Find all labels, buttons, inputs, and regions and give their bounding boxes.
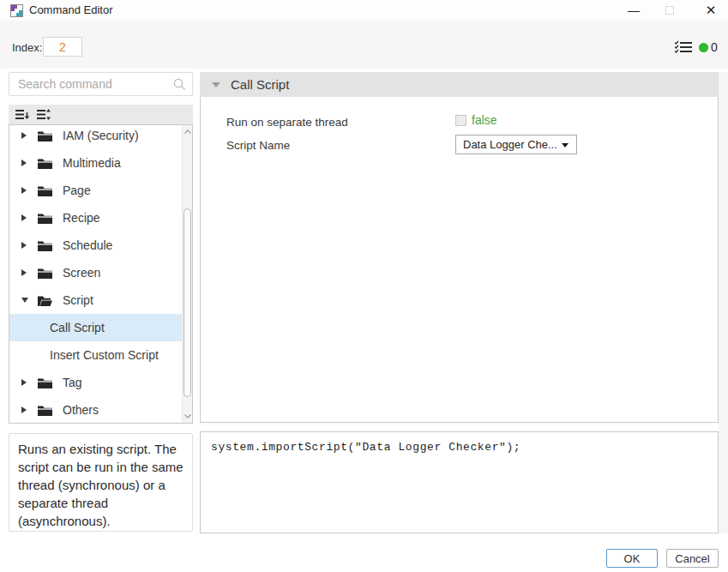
folder-icon	[38, 268, 52, 279]
tree-item-call-script[interactable]: Call Script	[9, 314, 182, 341]
thread-value: false	[472, 113, 497, 127]
tree-folder-script[interactable]: Script	[9, 286, 182, 314]
expand-all-icon[interactable]	[37, 108, 51, 121]
header-strip	[0, 21, 728, 69]
collapse-all-icon[interactable]	[15, 108, 30, 121]
open-folder-icon	[38, 295, 52, 306]
expand-arrow-icon[interactable]	[21, 160, 28, 166]
detail-section-header[interactable]: Call Script	[200, 72, 719, 97]
section-collapse-icon	[212, 82, 220, 87]
scroll-down-icon[interactable]	[183, 411, 193, 422]
expand-arrow-icon[interactable]	[21, 242, 28, 249]
tree-folder-tag[interactable]: Tag	[9, 369, 182, 396]
tree-scrollbar[interactable]	[182, 125, 192, 423]
expand-arrow-icon[interactable]	[21, 406, 28, 413]
expand-arrow-icon[interactable]	[21, 132, 28, 139]
tree-label: IAM (Security)	[63, 129, 139, 142]
folder-icon	[38, 130, 52, 141]
chevron-down-icon	[562, 143, 569, 148]
tree-item-insert-custom-script[interactable]: Insert Custom Script	[9, 341, 182, 369]
tree-label: Schedule	[63, 238, 112, 252]
panel-right-margin	[719, 72, 728, 533]
status-count: 0	[711, 40, 718, 54]
folder-icon	[38, 213, 52, 224]
detail-title: Call Script	[231, 77, 289, 92]
folder-icon	[38, 185, 52, 196]
script-name-dropdown[interactable]: Data Logger Che...	[455, 135, 577, 154]
thread-label: Run on separate thread	[226, 116, 348, 129]
scroll-up-icon[interactable]	[183, 126, 193, 137]
tree-folder-screen[interactable]: Screen	[9, 259, 182, 286]
search-input[interactable]	[10, 74, 169, 94]
checklist-icon[interactable]	[675, 40, 692, 54]
command-description: Runs an existing script. The script can …	[9, 433, 193, 532]
script-name-label: Script Name	[226, 139, 290, 152]
title-bar: Command Editor — ✕	[0, 0, 728, 21]
tree-label: Page	[63, 184, 91, 197]
thread-checkbox[interactable]	[455, 115, 466, 126]
tree-label: Call Script	[50, 321, 105, 334]
tree-label: Multimedia	[63, 156, 121, 170]
index-input[interactable]	[43, 37, 82, 57]
tree-label: Others	[63, 403, 99, 417]
folder-icon	[38, 405, 52, 416]
script-name-value: Data Logger Che...	[463, 138, 557, 151]
tree-folder-recipe[interactable]: Recipe	[9, 204, 182, 232]
app-logo-icon	[10, 4, 23, 17]
tree-label: Screen	[63, 266, 100, 280]
cancel-button[interactable]: Cancel	[666, 549, 719, 568]
close-button[interactable]: ✕	[696, 0, 725, 21]
properties-panel: Run on separate thread false Script Name…	[200, 97, 719, 423]
tree-toolbar	[9, 105, 193, 124]
expand-arrow-icon[interactable]	[21, 214, 28, 221]
search-box	[9, 72, 193, 96]
ok-button[interactable]: OK	[606, 549, 658, 568]
window-title: Command Editor	[29, 3, 113, 16]
tree-folder-iam[interactable]: IAM (Security)	[9, 124, 182, 149]
status-ok-icon	[699, 43, 708, 52]
maximize-icon	[665, 6, 674, 15]
tree-label: Recipe	[63, 211, 100, 225]
tree-label: Script	[63, 293, 93, 307]
scrollbar-thumb[interactable]	[184, 208, 191, 397]
command-tree: IAM (Security) Multimedia Page Recipe Sc…	[9, 124, 193, 424]
tree-label: Insert Custom Script	[50, 348, 159, 362]
folder-icon	[38, 377, 52, 388]
maximize-button[interactable]	[655, 0, 684, 21]
folder-icon	[38, 240, 52, 251]
tree-folder-others[interactable]: Others	[9, 396, 182, 424]
tree-folder-multimedia[interactable]: Multimedia	[9, 149, 182, 177]
tree-label: Tag	[63, 376, 82, 389]
tree-folder-page[interactable]: Page	[9, 177, 182, 204]
search-icon	[173, 78, 186, 91]
expand-arrow-icon[interactable]	[21, 379, 28, 386]
code-preview[interactable]: system.importScript("Data Logger Checker…	[200, 431, 719, 533]
expand-arrow-icon[interactable]	[21, 269, 28, 276]
folder-icon	[38, 158, 52, 169]
minimize-button[interactable]: —	[619, 0, 648, 21]
expand-arrow-icon[interactable]	[21, 187, 28, 194]
tree-folder-schedule[interactable]: Schedule	[9, 232, 182, 259]
collapse-arrow-icon[interactable]	[21, 298, 28, 303]
index-label: Index:	[12, 41, 42, 54]
